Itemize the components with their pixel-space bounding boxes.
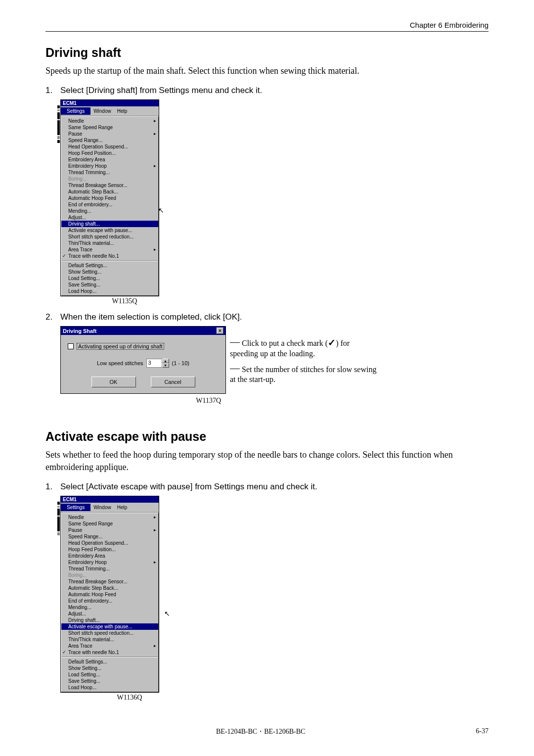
figure-3: ECM1 SettingsWindowHelp Needle Same Spee… xyxy=(60,496,489,702)
driving-shaft-dialog: Driving Shaft × Activating speed up of d… xyxy=(60,326,226,394)
mi-trace-needle[interactable]: Trace with needle No.1 xyxy=(61,649,158,656)
mi-load-hoop[interactable]: Load Hoop... xyxy=(61,684,158,691)
menu-settings[interactable]: Settings xyxy=(61,504,90,511)
mi-needle[interactable]: Needle xyxy=(61,118,158,124)
mi-pause[interactable]: Pause xyxy=(61,131,158,137)
mi-show-set[interactable]: Show Setting... xyxy=(61,665,158,671)
menu-help[interactable]: Help xyxy=(114,504,131,511)
fig3-caption: W1136Q xyxy=(80,694,179,702)
menu-separator xyxy=(62,260,158,261)
low-speed-range: (1 - 10) xyxy=(172,360,189,366)
mi-emb-hoop[interactable]: Embroidery Hoop xyxy=(61,559,158,566)
annotation-2: Set the number of stitches for slow sewi… xyxy=(230,365,378,384)
step-number: 1. xyxy=(45,482,60,492)
menu-window[interactable]: Window xyxy=(90,504,114,511)
mi-load-set[interactable]: Load Setting... xyxy=(61,671,158,678)
mi-same-speed[interactable]: Same Speed Range xyxy=(61,124,158,131)
mi-load-hoop[interactable]: Load Hoop... xyxy=(61,288,158,294)
window-title: ECM1 xyxy=(61,496,159,503)
step-number: 2. xyxy=(45,312,60,322)
cursor-icon: ↖ xyxy=(158,206,164,215)
mi-auto-hoop[interactable]: Automatic Hoop Feed xyxy=(61,195,158,201)
mi-head-op[interactable]: Head Operation Suspend... xyxy=(61,540,158,546)
figure-1: ECM1 SettingsWindowHelp Needle Same Spee… xyxy=(60,99,489,305)
step-1b: 1. Select [Activate escape with pause] f… xyxy=(45,482,489,492)
menu-bar: SettingsWindowHelp xyxy=(61,503,159,513)
mi-load-set[interactable]: Load Setting... xyxy=(61,275,158,282)
fig2-caption: W1137Q xyxy=(60,397,226,405)
mi-adjust[interactable]: Adjust... xyxy=(61,214,158,221)
menu-settings[interactable]: Settings xyxy=(61,107,90,115)
mi-thin-thick[interactable]: Thin/Thick material... xyxy=(61,240,158,246)
mi-area-trace[interactable]: Area Trace xyxy=(61,643,158,649)
mi-thread-break[interactable]: Thread Breakage Sensor... xyxy=(61,182,158,189)
mi-same-speed[interactable]: Same Speed Range xyxy=(61,520,158,527)
mi-speed-range[interactable]: Speed Range... xyxy=(61,533,158,540)
mi-show-set[interactable]: Show Setting... xyxy=(61,269,158,275)
footer-model: BE-1204B-BC・BE-1206B-BC xyxy=(216,727,305,736)
mi-short-stitch[interactable]: Short stitch speed reduction... xyxy=(61,630,158,636)
step-text: When the item selection is completed, cl… xyxy=(60,312,242,322)
mi-activate-escape[interactable]: Activate escape with pause... xyxy=(61,623,158,630)
mi-save-set[interactable]: Save Setting... xyxy=(61,678,158,684)
menu-help[interactable]: Help xyxy=(114,108,131,114)
annotation-1: Click to put a check mark (✓) for speedi… xyxy=(230,337,378,359)
menu-window[interactable]: Window xyxy=(90,108,114,114)
dialog-title-bar: Driving Shaft × xyxy=(61,327,225,335)
step-text: Select [Driving shaft] from Settings men… xyxy=(60,86,262,95)
mi-area-trace[interactable]: Area Trace xyxy=(61,246,158,253)
low-speed-input[interactable]: 3 xyxy=(146,359,162,368)
mi-driving-shaft[interactable]: Driving shaft... xyxy=(61,617,158,623)
mi-auto-hoop[interactable]: Automatic Hoop Feed xyxy=(61,591,158,598)
mi-thread-trim[interactable]: Thread Trimming... xyxy=(61,169,158,176)
ok-button[interactable]: OK xyxy=(91,377,136,387)
menu-dropdown: Needle Same Speed Range Pause Speed Rang… xyxy=(61,513,159,692)
mi-short-stitch[interactable]: Short stitch speed reduction... xyxy=(61,234,158,240)
section-title-activate-escape: Activate escape with pause xyxy=(45,429,489,444)
mi-thread-trim[interactable]: Thread Trimming... xyxy=(61,566,158,572)
cursor-icon: ↖ xyxy=(164,610,170,618)
header-bar: Chapter 6 Embroidering xyxy=(45,21,489,32)
left-decor xyxy=(57,502,60,601)
left-decor xyxy=(57,105,60,204)
mi-auto-step[interactable]: Automatic Step Back... xyxy=(61,585,158,591)
mi-auto-step[interactable]: Automatic Step Back... xyxy=(61,189,158,195)
mi-mending[interactable]: Mending... xyxy=(61,208,158,214)
mi-hoop-feed[interactable]: Hoop Feed Position... xyxy=(61,546,158,553)
mi-emb-area[interactable]: Embroidery Area xyxy=(61,553,158,559)
mi-thin-thick[interactable]: Thin/Thick material... xyxy=(61,636,158,643)
mi-emb-hoop[interactable]: Embroidery Hoop xyxy=(61,163,158,169)
mi-hoop-feed[interactable]: Hoop Feed Position... xyxy=(61,150,158,156)
mi-activate-escape[interactable]: Activate escape with pause... xyxy=(61,227,158,234)
intro-driving-shaft: Speeds up the startup of the main shaft.… xyxy=(45,65,489,77)
mi-default-set[interactable]: Default Settings... xyxy=(61,262,158,269)
cancel-button[interactable]: Cancel xyxy=(151,377,195,387)
activating-label: Activating speed up of driving shaft xyxy=(77,343,164,350)
mi-needle[interactable]: Needle xyxy=(61,514,158,520)
menu-screenshot: ECM1 SettingsWindowHelp Needle Same Spee… xyxy=(60,99,159,296)
menu-dropdown: Needle Same Speed Range Pause Speed Rang… xyxy=(61,116,159,296)
mi-default-set[interactable]: Default Settings... xyxy=(61,659,158,665)
mi-save-set[interactable]: Save Setting... xyxy=(61,282,158,288)
menu-bar: SettingsWindowHelp xyxy=(61,106,159,116)
low-speed-row: Low speed stitches 3 ▲▼ (1 - 10) xyxy=(68,359,219,368)
spin-control[interactable]: ▲▼ xyxy=(162,359,169,368)
mi-driving-shaft[interactable]: Driving shaft... xyxy=(61,221,158,227)
mi-thread-break[interactable]: Thread Breakage Sensor... xyxy=(61,578,158,585)
mi-trace-needle[interactable]: Trace with needle No.1 xyxy=(61,253,158,259)
activating-checkbox[interactable] xyxy=(68,343,74,349)
intro-activate-escape: Sets whether to feed the hoop during tem… xyxy=(45,449,489,473)
mi-adjust[interactable]: Adjust... xyxy=(61,611,158,617)
mi-boring: Boring... xyxy=(61,572,158,578)
mi-speed-range[interactable]: Speed Range... xyxy=(61,137,158,143)
checkbox-row: Activating speed up of driving shaft xyxy=(68,343,219,350)
mi-pause[interactable]: Pause xyxy=(61,527,158,533)
step-number: 1. xyxy=(45,86,60,95)
mi-emb-area[interactable]: Embroidery Area xyxy=(61,156,158,163)
mi-end-emb[interactable]: End of embroidery... xyxy=(61,598,158,604)
mi-head-op[interactable]: Head Operation Suspend... xyxy=(61,143,158,150)
check-mark-icon: ✓ xyxy=(328,337,336,348)
mi-end-emb[interactable]: End of embroidery... xyxy=(61,201,158,208)
close-icon[interactable]: × xyxy=(217,328,223,334)
mi-mending[interactable]: Mending... xyxy=(61,604,158,611)
